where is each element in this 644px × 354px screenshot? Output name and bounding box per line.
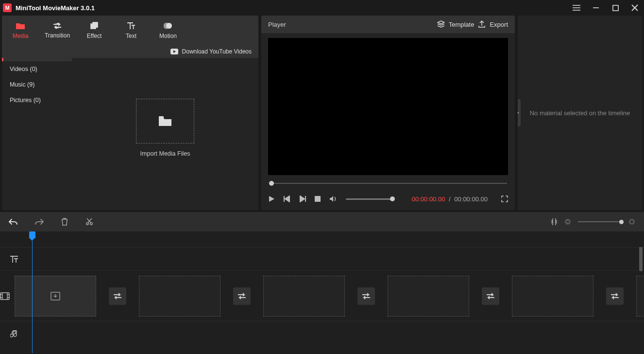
drop-clip-icon [51,292,60,301]
clip-slot[interactable] [388,276,469,317]
clip-slot[interactable] [139,276,220,317]
audio-track-icon [0,330,28,338]
minimize-button[interactable] [591,2,601,13]
text-icon [127,22,136,30]
folder-icon [158,116,172,126]
export-label: Export [490,21,508,28]
clip-drop-slot[interactable] [15,276,96,317]
app-title: MiniTool MovieMaker 3.0.1 [16,4,95,12]
svg-rect-6 [159,116,164,118]
split-button[interactable] [85,218,93,226]
zoom-in-button[interactable] [628,218,635,225]
download-youtube-link[interactable]: Download YouTube Videos [2,45,258,58]
transition-slot[interactable] [606,287,624,305]
media-panel: MediaTransitionEffectTextMotion My Album… [2,16,258,210]
clip-slot[interactable] [512,276,593,317]
undo-button[interactable] [9,218,17,225]
timecode: 00:00:00.00 / 00:00:00.00 [412,195,488,203]
prev-frame-button[interactable] [284,195,290,202]
titlebar: M MiniTool MovieMaker 3.0.1 [0,0,644,16]
media-drop-area: Download YouTube Videos Import Media Fil… [72,46,258,210]
volume-slider[interactable] [346,198,392,200]
fullscreen-button[interactable] [501,195,508,202]
properties-empty-message: No material selected on the timeline [518,109,642,117]
properties-panel: No material selected on the timeline [518,16,642,210]
playhead [32,231,33,353]
swap-icon [362,293,371,300]
tab-media[interactable]: Media [2,16,39,46]
zoom-slider[interactable] [578,221,622,222]
play-button[interactable] [268,195,275,202]
swap-icon [237,293,246,300]
text-track[interactable] [0,247,644,270]
media-category[interactable]: Pictures (0) [2,92,72,108]
motion-icon [164,22,172,30]
redo-button[interactable] [35,218,44,225]
swap-icon [113,293,122,300]
seek-bar[interactable] [268,179,508,188]
player-panel: Player Template Export 0 [261,16,515,210]
layers-icon [90,22,98,30]
player-title: Player [268,21,286,28]
window-controls [571,2,640,13]
tab-label: Motion [159,33,177,39]
timeline-ruler[interactable] [0,231,644,247]
media-category-sidebar: My Album (0)Videos (0)Music (9)Pictures … [2,46,72,210]
youtube-icon [170,49,178,54]
export-icon [478,20,486,28]
tab-label: Transition [45,32,70,39]
svg-rect-12 [0,293,9,300]
player-controls: 00:00:00.00 / 00:00:00.00 [261,188,515,210]
fit-timeline-button[interactable] [551,218,558,226]
current-time: 00:00:00.00 [412,195,445,203]
svg-rect-0 [613,5,618,11]
player-header: Player Template Export [261,16,515,33]
tab-effect[interactable]: Effect [76,16,113,46]
tab-text[interactable]: Text [113,16,150,46]
delete-button[interactable] [61,218,68,226]
folder-icon [16,22,25,30]
menu-button[interactable] [571,2,582,13]
video-track[interactable] [0,270,644,321]
tab-label: Media [13,33,29,39]
download-youtube-label: Download YouTube Videos [182,48,252,55]
template-button[interactable]: Template [437,20,475,28]
timeline-toolbar [0,212,644,231]
media-category[interactable]: Music (9) [2,77,72,92]
maximize-button[interactable] [610,2,621,13]
zoom-out-button[interactable] [564,218,571,225]
clip-slot[interactable] [636,276,644,317]
video-preview[interactable] [268,38,508,175]
clip-slot[interactable] [263,276,345,317]
swap-icon [610,293,619,300]
import-media-button[interactable] [136,99,194,143]
volume-button[interactable] [329,195,337,202]
svg-rect-7 [315,196,321,202]
template-label: Template [449,21,475,28]
tab-label: Effect [87,33,102,39]
video-track-icon [0,292,10,300]
svg-point-4 [164,23,169,29]
stop-button[interactable] [315,196,321,202]
transition-slot[interactable] [109,287,126,305]
next-frame-button[interactable] [299,195,306,202]
media-category[interactable]: Videos (0) [2,61,72,77]
playhead-handle[interactable] [29,231,35,238]
audio-track[interactable] [0,321,644,346]
timeline [0,231,644,354]
export-button[interactable]: Export [478,20,508,28]
import-media-label: Import Media Files [140,150,190,157]
close-button[interactable] [629,2,640,13]
transition-slot[interactable] [482,287,499,305]
swap-icon [486,293,495,300]
app-logo-icon: M [3,3,12,12]
svg-rect-2 [93,22,98,27]
tab-label: Text [126,33,136,39]
text-track-icon [0,255,28,263]
transition-slot[interactable] [357,287,375,305]
template-icon [437,20,445,28]
main-tabs: MediaTransitionEffectTextMotion [2,16,258,46]
tab-motion[interactable]: Motion [150,16,186,46]
transition-slot[interactable] [233,287,251,305]
tab-transition[interactable]: Transition [39,16,76,46]
